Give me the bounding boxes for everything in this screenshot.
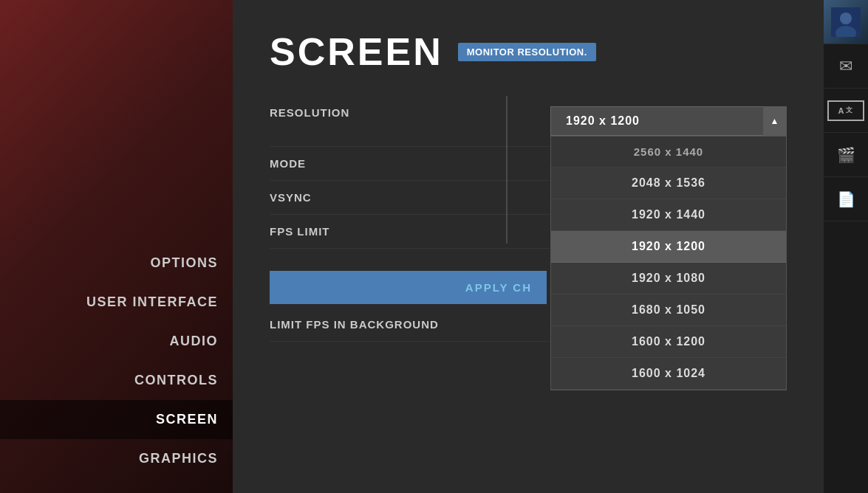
document-icon: 📄 (837, 190, 855, 208)
page-title-row: SCREEN Monitor resolution. (270, 30, 787, 74)
sidebar-item-controls[interactable]: CONTROLS (0, 361, 233, 400)
resolution-option-4[interactable]: 1920 x 1080 (551, 263, 786, 294)
right-sidebar: ✉ A 文 🎬 📄 (824, 0, 868, 493)
mail-button[interactable]: ✉ (824, 44, 868, 89)
camera-icon: 🎬 (837, 146, 855, 164)
sidebar-item-graphics[interactable]: GRAPHICS (0, 439, 233, 478)
sidebar-item-user-interface[interactable]: USER INTERFACE (0, 283, 233, 322)
resolution-selected-value: 1920 x 1200 (566, 114, 640, 128)
resolution-select-container: 1920 x 1200 ▲ 2560 x 1440 2048 x 1536 19… (550, 106, 787, 136)
svg-rect-3 (831, 7, 861, 37)
avatar-icon (831, 7, 861, 37)
resolution-option-3[interactable]: 1920 x 1200 (551, 231, 786, 263)
resolution-dropdown[interactable]: 1920 x 1200 ▲ (550, 106, 787, 136)
sidebar-item-options[interactable]: OPTIONS (0, 244, 233, 283)
resolution-option-5[interactable]: 1680 x 1050 (551, 294, 786, 326)
resolution-option-2[interactable]: 1920 x 1440 (551, 199, 786, 231)
resolution-dropdown-list[interactable]: 2560 x 1440 2048 x 1536 1920 x 1440 1920… (550, 136, 787, 390)
vertical-divider (506, 96, 508, 244)
page-title: SCREEN (270, 30, 443, 74)
tooltip-badge: Monitor resolution. (458, 43, 596, 61)
sidebar-item-screen[interactable]: SCREEN (0, 400, 233, 439)
vsync-label: VSYNC (270, 191, 550, 204)
avatar-image (824, 0, 868, 44)
resolution-option-7[interactable]: 1600 x 1024 (551, 358, 786, 390)
setting-row-resolution: RESOLUTION 1920 x 1200 ▲ 2560 x 1440 204… (270, 96, 787, 147)
camera-button[interactable]: 🎬 (824, 133, 868, 177)
left-sidebar: OPTIONS USER INTERFACE AUDIO CONTROLS SC… (0, 0, 233, 493)
resolution-option-0[interactable]: 2560 x 1440 (551, 137, 786, 168)
translate-icon: A 文 (827, 100, 864, 121)
document-button[interactable]: 📄 (824, 177, 868, 221)
mail-icon: ✉ (839, 57, 852, 76)
mode-label: MODE (270, 157, 550, 170)
limit-fps-bg-label: LIMIT FPS IN BACKGROUND (270, 318, 550, 331)
resolution-control: 1920 x 1200 ▲ 2560 x 1440 2048 x 1536 19… (550, 106, 787, 136)
main-content: SCREEN Monitor resolution. RESOLUTION 19… (233, 0, 824, 493)
settings-list: RESOLUTION 1920 x 1200 ▲ 2560 x 1440 204… (270, 96, 787, 249)
avatar-button[interactable] (824, 0, 868, 44)
dropdown-arrow-icon[interactable]: ▲ (763, 106, 787, 136)
resolution-option-1[interactable]: 2048 x 1536 (551, 168, 786, 199)
sidebar-nav: OPTIONS USER INTERFACE AUDIO CONTROLS SC… (0, 244, 233, 478)
sidebar-item-audio[interactable]: AUDIO (0, 322, 233, 361)
resolution-label: RESOLUTION (270, 106, 550, 119)
apply-changes-button[interactable]: APPLY CH (270, 271, 547, 304)
resolution-option-6[interactable]: 1600 x 1200 (551, 326, 786, 358)
translate-button[interactable]: A 文 (824, 89, 868, 133)
fps-limit-label: FPS LIMIT (270, 225, 550, 238)
